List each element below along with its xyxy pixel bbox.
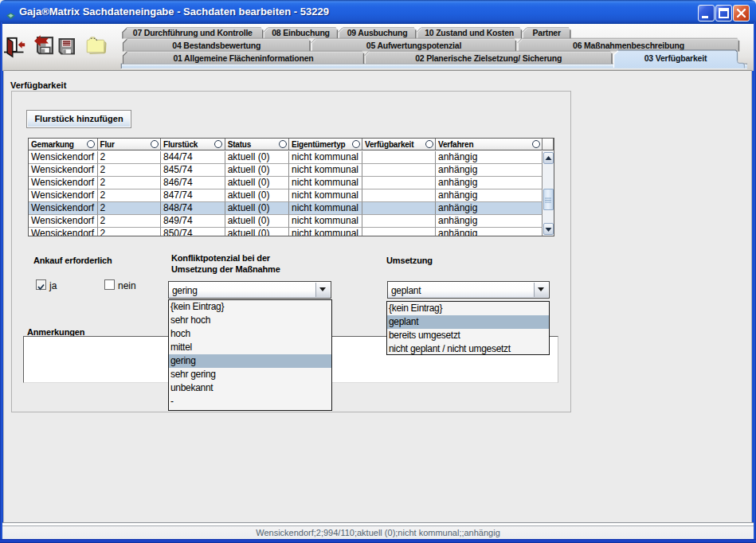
svg-text:06 Maßnahmenbeschreibung: 06 Maßnahmenbeschreibung	[573, 41, 684, 50]
svg-text:07 Durchführung und Kontrolle: 07 Durchführung und Kontrolle	[133, 28, 253, 37]
svg-text:02 Planerische Zielsetzung/ Si: 02 Planerische Zielsetzung/ Sicherung	[415, 53, 562, 63]
svg-text:05 Aufwertungspotenzial: 05 Aufwertungspotenzial	[366, 41, 462, 50]
svg-text:09 Ausbuchung: 09 Ausbuchung	[347, 28, 408, 37]
svg-text:04 Bestandsbewertung: 04 Bestandsbewertung	[172, 41, 260, 50]
svg-text:08 Einbuchung: 08 Einbuchung	[272, 28, 330, 37]
svg-text:Partner: Partner	[533, 28, 561, 37]
svg-text:10 Zustand und Kosten: 10 Zustand und Kosten	[425, 28, 514, 37]
svg-text:01 Allgemeine Flächeninformati: 01 Allgemeine Flächeninformationen	[173, 53, 313, 63]
svg-text:03 Verfügbarkeit: 03 Verfügbarkeit	[644, 53, 707, 63]
